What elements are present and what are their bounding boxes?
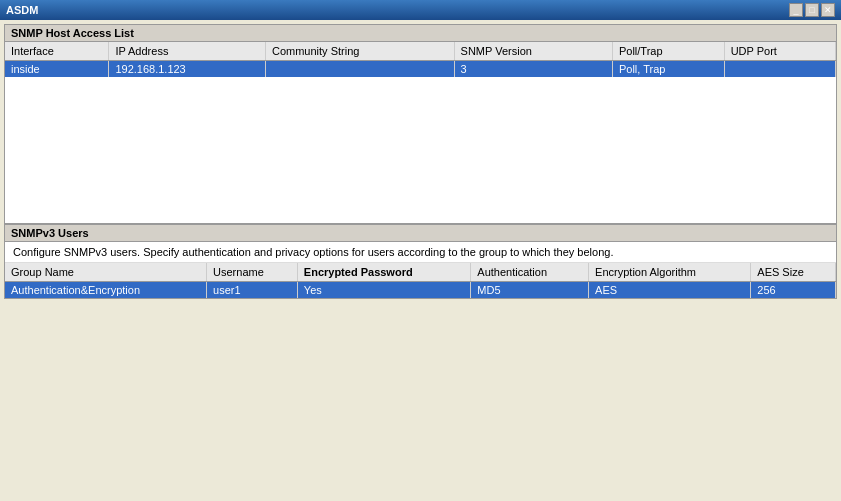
col-udp-port: UDP Port (724, 42, 835, 61)
col-encryption-algorithm: Encryption Algorithm (589, 263, 751, 282)
maximize-button[interactable]: □ (805, 3, 819, 17)
app-title: ASDM (6, 4, 38, 16)
window-controls: _ □ ✕ (789, 3, 835, 17)
col-authentication: Authentication (471, 263, 589, 282)
snmp-host-cell-2 (265, 61, 454, 78)
col-interface: Interface (5, 42, 109, 61)
snmpv3-cell-4: AES (589, 282, 751, 299)
snmpv3-header: SNMPv3 Users (5, 225, 836, 242)
col-ip-address: IP Address (109, 42, 266, 61)
snmp-host-panel: SNMP Host Access List Interface IP Addre… (4, 24, 837, 224)
col-aes-size: AES Size (751, 263, 836, 282)
snmpv3-table: Group Name Username Encrypted Password A… (5, 263, 836, 298)
snmp-host-cell-0: inside (5, 61, 109, 78)
main-content: SNMP Host Access List Interface IP Addre… (0, 20, 841, 501)
snmp-host-table-wrapper: Interface IP Address Community String SN… (5, 42, 836, 218)
snmp-host-cell-3: 3 (454, 61, 612, 78)
snmp-host-header-row: Interface IP Address Community String SN… (5, 42, 836, 61)
snmpv3-row[interactable]: Authentication&Encryptionuser1YesMD5AES2… (5, 282, 836, 299)
snmp-host-cell-4: Poll, Trap (612, 61, 724, 78)
snmpv3-cell-5: 256 (751, 282, 836, 299)
snmp-host-table: Interface IP Address Community String SN… (5, 42, 836, 77)
snmpv3-description: Configure SNMPv3 users. Specify authenti… (5, 242, 836, 263)
title-bar: ASDM _ □ ✕ (0, 0, 841, 20)
snmp-host-row[interactable]: inside192.168.1.1233Poll, Trap (5, 61, 836, 78)
close-button[interactable]: ✕ (821, 3, 835, 17)
col-group-name: Group Name (5, 263, 207, 282)
snmp-host-cell-1: 192.168.1.123 (109, 61, 266, 78)
minimize-button[interactable]: _ (789, 3, 803, 17)
snmpv3-section: SNMPv3 Users Configure SNMPv3 users. Spe… (4, 224, 837, 299)
snmpv3-table-wrapper: Group Name Username Encrypted Password A… (5, 263, 836, 298)
snmpv3-header-row: Group Name Username Encrypted Password A… (5, 263, 836, 282)
snmpv3-cell-0: Authentication&Encryption (5, 282, 207, 299)
col-poll-trap: Poll/Trap (612, 42, 724, 61)
col-username: Username (207, 263, 298, 282)
snmpv3-cell-2: Yes (297, 282, 470, 299)
col-encrypted-password: Encrypted Password (297, 263, 470, 282)
snmp-host-header: SNMP Host Access List (5, 25, 836, 42)
snmp-host-access-section: SNMP Host Access List Interface IP Addre… (4, 24, 837, 224)
snmpv3-cell-3: MD5 (471, 282, 589, 299)
col-snmp-version: SNMP Version (454, 42, 612, 61)
col-community-string: Community String (265, 42, 454, 61)
snmpv3-cell-1: user1 (207, 282, 298, 299)
snmp-host-cell-5 (724, 61, 835, 78)
